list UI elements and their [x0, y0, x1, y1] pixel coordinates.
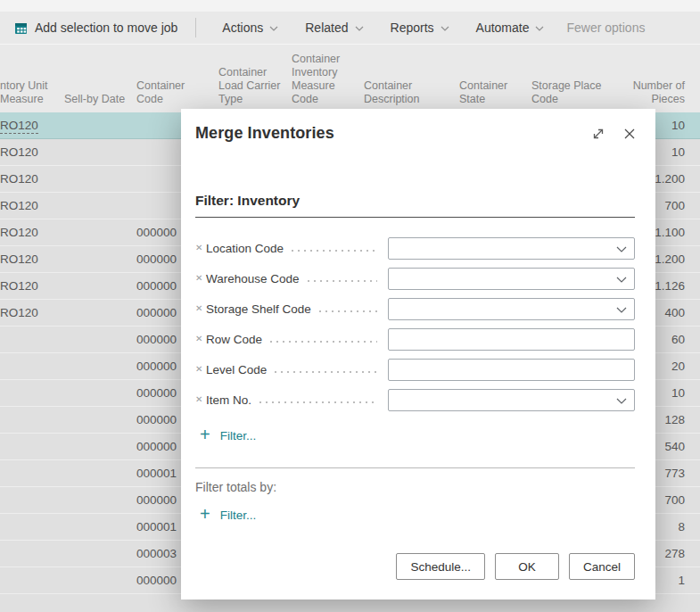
add-filter-label: Filter... [220, 429, 257, 442]
add-selection-label: Add selection to move job [35, 21, 177, 35]
plus-icon: + [200, 507, 210, 521]
menu-related[interactable]: Related [292, 21, 376, 35]
merge-inventories-dialog: Merge Inventories Filter [181, 109, 655, 600]
filter-value-input[interactable] [389, 269, 634, 289]
plus-icon: + [200, 427, 210, 442]
chevron-down-icon [441, 26, 449, 31]
filter-value-input[interactable] [389, 360, 634, 380]
remove-filter-icon[interactable]: ✕ [195, 394, 206, 404]
remove-filter-icon[interactable]: ✕ [195, 334, 206, 343]
filter-value-input[interactable] [389, 329, 634, 350]
filter-totals-title: Filter totals by: [195, 480, 635, 494]
dotted-leader [270, 341, 377, 343]
number-of-pieces-cell: 10 [671, 386, 685, 400]
column-header-container-load-carrier-type[interactable]: Container Load Carrier Type [218, 66, 280, 106]
number-of-pieces-cell: 1.126 [655, 279, 685, 293]
menu-related-label: Related [305, 21, 348, 35]
filter-value-box [388, 389, 635, 411]
add-totals-filter-link[interactable]: + Filter... [200, 508, 256, 522]
menu-automate[interactable]: Automate [463, 21, 558, 35]
remove-filter-icon[interactable]: ✕ [195, 364, 206, 374]
fewer-options-button[interactable]: Fewer options [557, 21, 652, 35]
remove-filter-icon[interactable]: ✕ [195, 243, 206, 252]
container-code-cell: 000000 [136, 306, 177, 319]
menu-actions[interactable]: Actions [209, 21, 292, 35]
unit-measure-value: RO120 [0, 306, 38, 319]
filter-value-input[interactable] [389, 238, 634, 259]
dotted-leader [292, 250, 377, 252]
filter-row: ✕ Row Code [195, 324, 635, 354]
column-header-storage-place-code[interactable]: Storage Place Code [531, 79, 602, 106]
filter-value-box [388, 268, 635, 290]
number-of-pieces-cell: 700 [664, 199, 685, 212]
container-code-cell: 000000 [136, 413, 177, 426]
filter-value-box [388, 359, 635, 381]
filter-list: ✕ Location Code ✕ Warehouse Code ✕ Stora… [195, 233, 635, 415]
unit-measure-cell: RO120 [0, 306, 38, 319]
add-totals-filter-label: Filter... [220, 509, 257, 522]
filter-value-input[interactable] [389, 390, 634, 410]
filter-value-input[interactable] [389, 299, 634, 319]
filter-row: ✕ Location Code [195, 233, 635, 263]
dialog-window-controls [591, 124, 637, 141]
number-of-pieces-cell: 10 [671, 145, 685, 159]
number-of-pieces-cell: 540 [664, 440, 685, 453]
dialog-footer: Schedule... OK Cancel [396, 553, 635, 580]
container-code-cell: 000001 [136, 467, 177, 480]
container-code-cell: 000000 [136, 333, 177, 346]
dotted-leader [308, 280, 377, 282]
unit-measure-cell: RO120 [0, 172, 38, 186]
cancel-button[interactable]: Cancel [569, 553, 635, 580]
number-of-pieces-cell: 20 [671, 360, 685, 373]
column-header-container-state[interactable]: Container State [459, 79, 507, 106]
filter-value-box [388, 328, 635, 351]
unit-measure-cell: RO120 [0, 226, 38, 239]
column-header-container-inventory-measure-code[interactable]: Container Inventory Measure Code [292, 53, 340, 106]
app-window: Add selection to move job Actions Relate… [0, 0, 700, 612]
menu-reports[interactable]: Reports [377, 21, 463, 35]
menu-reports-label: Reports [391, 21, 434, 35]
number-of-pieces-cell: 10 [671, 119, 685, 132]
remove-filter-icon[interactable]: ✕ [195, 303, 206, 313]
filter-field-label: Row Code [206, 333, 262, 346]
container-code-cell: 000000 [136, 440, 177, 453]
container-code-cell: 000000 [136, 279, 177, 293]
filter-field-label: Item No. [206, 393, 251, 407]
unit-measure-value: RO120 [0, 119, 38, 134]
dialog-body: Filter: Inventory ✕ Location Code ✕ Ware… [181, 193, 655, 522]
filter-field-label: Warehouse Code [206, 272, 300, 285]
column-header-number-of-pieces[interactable]: Number of Pieces [633, 79, 685, 106]
dialog-title: Merge Inventories [195, 124, 334, 143]
add-filter-link[interactable]: + Filter... [200, 428, 256, 442]
filter-row: ✕ Warehouse Code [195, 263, 635, 294]
filter-field-label: Location Code [206, 242, 284, 255]
chevron-down-icon [535, 26, 544, 31]
column-header-container-description[interactable]: Container Description [364, 79, 420, 106]
container-code-cell: 000003 [136, 547, 177, 560]
table-header: ntory Unit Measure Sell-by Date Containe… [0, 45, 700, 112]
column-header-sell-by-date[interactable]: Sell-by Date [64, 93, 125, 106]
dotted-leader [275, 371, 377, 373]
number-of-pieces-cell: 400 [664, 306, 685, 319]
container-code-cell: 000000 [136, 386, 177, 400]
number-of-pieces-cell: 700 [664, 493, 685, 507]
add-selection-to-move-job-button[interactable]: Add selection to move job [12, 21, 186, 35]
unit-measure-value: RO120 [0, 199, 38, 212]
container-code-cell: 000000 [136, 574, 177, 587]
filter-field-label: Storage Shelf Code [206, 302, 311, 316]
move-job-icon [14, 21, 28, 35]
column-header-inventory-unit-measure[interactable]: ntory Unit Measure [0, 79, 48, 106]
unit-measure-value: RO120 [0, 252, 38, 266]
remove-filter-icon[interactable]: ✕ [195, 273, 206, 283]
close-dialog-icon[interactable] [622, 127, 637, 141]
unit-measure-cell: RO120 [0, 145, 38, 159]
action-bar: Add selection to move job Actions Relate… [0, 12, 700, 45]
menu-actions-label: Actions [222, 21, 263, 35]
schedule-button[interactable]: Schedule... [396, 553, 485, 580]
ok-button[interactable]: OK [495, 553, 559, 580]
number-of-pieces-cell: 128 [664, 413, 685, 426]
expand-dialog-icon[interactable] [591, 127, 605, 141]
container-code-cell: 000000 [136, 226, 177, 239]
column-header-container-code[interactable]: Container Code [136, 79, 185, 106]
filter-field-label: Level Code [206, 363, 267, 376]
